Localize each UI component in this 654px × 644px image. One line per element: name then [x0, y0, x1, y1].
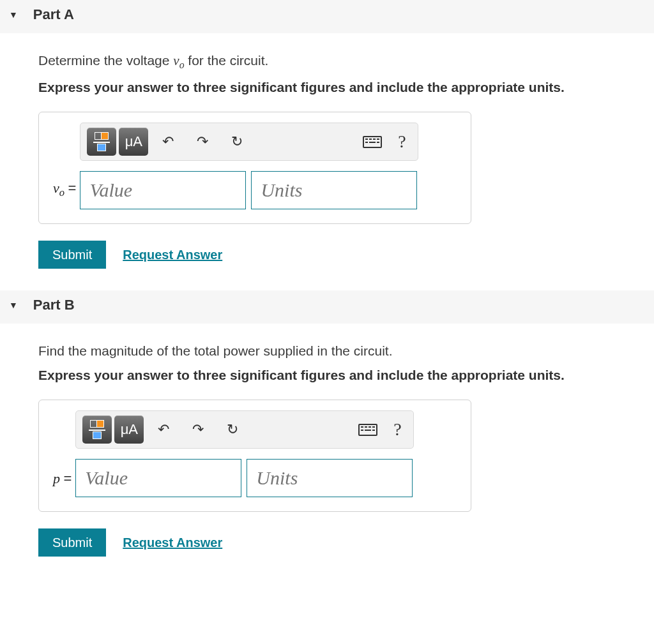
keyboard-icon[interactable]: [358, 128, 387, 156]
answer-lhs: vo =: [53, 180, 76, 209]
undo-icon[interactable]: ↶: [149, 416, 178, 444]
answer-lhs: p =: [53, 470, 72, 497]
request-answer-link[interactable]: Request Answer: [123, 248, 222, 262]
prompt-subscript: o: [179, 59, 185, 70]
request-answer-link[interactable]: Request Answer: [123, 535, 222, 550]
part-a-body: Determine the voltage vo for the circuit…: [0, 34, 654, 290]
equation-toolbar: μA ↶ ↷ ↻ ?: [80, 123, 418, 161]
prompt-variable: v: [173, 53, 179, 68]
submit-button[interactable]: Submit: [38, 241, 106, 269]
redo-icon[interactable]: ↷: [188, 128, 217, 156]
part-b-body: Find the magnitude of the total power su…: [0, 324, 654, 578]
help-icon[interactable]: ?: [392, 128, 411, 156]
answer-instruction: Express your answer to three significant…: [38, 80, 654, 95]
equation-toolbar: μA ↶ ↷ ↻ ?: [75, 410, 414, 449]
answer-box: vo = μA ↶ ↷ ↻ ?: [38, 112, 471, 224]
value-input[interactable]: [80, 171, 246, 209]
value-input[interactable]: [75, 459, 241, 497]
redo-icon[interactable]: ↷: [183, 416, 213, 444]
collapse-caret-icon[interactable]: ▼: [9, 10, 18, 20]
answer-box: p = μA ↶ ↷ ↻ ?: [38, 400, 471, 512]
templates-icon[interactable]: [87, 128, 116, 156]
units-input[interactable]: [251, 171, 417, 209]
undo-icon[interactable]: ↶: [153, 128, 183, 156]
reset-icon[interactable]: ↻: [218, 416, 247, 444]
question-prompt: Determine the voltage vo for the circuit…: [38, 53, 654, 71]
submit-button[interactable]: Submit: [38, 528, 106, 557]
collapse-caret-icon[interactable]: ▼: [9, 300, 18, 310]
special-chars-icon[interactable]: μA: [114, 416, 144, 444]
question-prompt: Find the magnitude of the total power su…: [38, 343, 654, 359]
reset-icon[interactable]: ↻: [222, 128, 252, 156]
part-a-header[interactable]: ▼ Part A: [0, 0, 654, 34]
prompt-text: Determine the voltage: [38, 53, 173, 68]
part-b-header[interactable]: ▼ Part B: [0, 290, 654, 324]
templates-icon[interactable]: [82, 416, 112, 444]
special-chars-icon[interactable]: μA: [119, 128, 148, 156]
prompt-text: for the circuit.: [185, 53, 269, 68]
keyboard-icon[interactable]: [353, 416, 383, 444]
answer-instruction: Express your answer to three significant…: [38, 368, 654, 383]
units-input[interactable]: [247, 459, 413, 497]
part-title: Part B: [33, 297, 75, 313]
part-title: Part A: [33, 6, 74, 23]
help-icon[interactable]: ?: [388, 416, 407, 444]
